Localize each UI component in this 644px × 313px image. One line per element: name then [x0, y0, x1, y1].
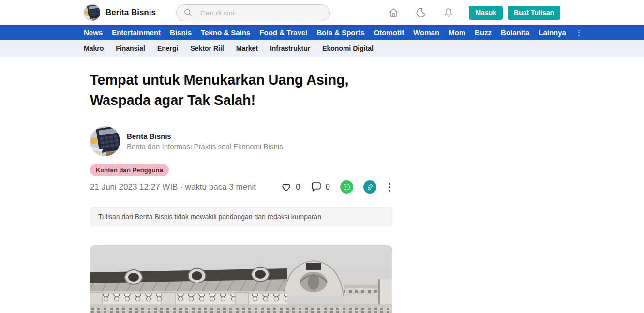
nav-item-bisnis[interactable]: Bisnis — [170, 29, 192, 37]
article-meta-row: 21 Juni 2023 12:27 WIB · waktu baca 3 me… — [90, 180, 392, 194]
nav-item-tekno-sains[interactable]: Tekno & Sains — [201, 29, 250, 37]
nav-item-mom[interactable]: Mom — [449, 29, 465, 37]
nav-item-buzz[interactable]: Buzz — [475, 29, 492, 37]
more-options-kebab-icon[interactable] — [387, 182, 392, 193]
bank-building-photo: ČESKÁ NÁRODNÍ BANKA — [90, 245, 392, 313]
copy-link-button[interactable] — [363, 180, 376, 194]
author-row: Berita Bisnis Berita dan Informasi Prakt… — [90, 126, 392, 156]
nav-item-otomotif[interactable]: Otomotif — [374, 29, 404, 37]
notifications-bell-icon[interactable] — [442, 6, 455, 19]
share-whatsapp-button[interactable] — [340, 180, 353, 194]
author-tagline: Berita dan Informasi Praktis soal Ekonom… — [127, 142, 283, 150]
nav-item-news[interactable]: News — [84, 29, 103, 37]
nav-item-food-travel[interactable]: Food & Travel — [259, 29, 307, 37]
publish-date: 21 Juni 2023 12:27 WIB · waktu baca 3 me… — [90, 182, 256, 192]
brand-name: Berita Bisnis — [105, 8, 156, 17]
subnav-item-finansial[interactable]: Finansial — [116, 45, 145, 52]
create-post-button[interactable]: Buat Tulisan — [508, 6, 560, 20]
subnav-item-energi[interactable]: Energi — [157, 45, 179, 52]
brand-avatar — [84, 4, 100, 21]
meta-separator: · — [180, 182, 183, 192]
like-count: 0 — [296, 183, 300, 192]
nav-item-woman[interactable]: Woman — [413, 29, 439, 37]
main-nav: News Entertainment Bisnis Tekno & Sains … — [0, 25, 644, 40]
subnav-item-infrastruktur[interactable]: Infrastruktur — [270, 45, 310, 52]
comment-count: 0 — [326, 183, 330, 192]
user-content-badge: Konten dari Pengguna — [90, 164, 169, 176]
whatsapp-icon — [343, 183, 351, 191]
article-actions: 0 0 — [280, 180, 392, 194]
dark-mode-moon-icon[interactable] — [415, 6, 427, 19]
brand-home-link[interactable]: Berita Bisnis — [84, 4, 156, 21]
search-input[interactable] — [200, 9, 323, 17]
article-hero-image: ČESKÁ NÁRODNÍ BANKA — [90, 245, 392, 313]
author-name[interactable]: Berita Bisnis — [127, 132, 283, 140]
subnav-item-ekonomi-digital[interactable]: Ekonomi Digital — [322, 45, 374, 52]
nav-item-entertainment[interactable]: Entertainment — [112, 29, 161, 37]
link-icon — [366, 183, 374, 191]
article-content: Tempat untuk Menukarkan Uang Asing, Wasp… — [90, 70, 392, 313]
search-box[interactable] — [176, 4, 330, 21]
nav-item-bolanita[interactable]: Bolanita — [501, 29, 529, 37]
subnav-item-sektor-riil[interactable]: Sektor Riil — [191, 45, 224, 52]
nav-item-lainnya[interactable]: Lainnya — [539, 29, 566, 37]
comment-button[interactable]: 0 — [310, 181, 330, 193]
article-title: Tempat untuk Menukarkan Uang Asing, Wasp… — [90, 70, 392, 110]
subnav-item-makro[interactable]: Makro — [84, 45, 104, 52]
home-icon[interactable] — [387, 6, 400, 19]
nav-item-bola-sports[interactable]: Bola & Sports — [317, 29, 365, 37]
heart-icon — [280, 181, 292, 193]
comment-icon — [310, 181, 322, 193]
login-button[interactable]: Masuk — [469, 6, 503, 20]
category-subnav: Makro Finansial Energi Sektor Riil Marke… — [0, 40, 644, 57]
disclaimer-box: Tulisan dari Berita Bisnis tidak mewakil… — [90, 207, 392, 226]
search-icon — [183, 7, 193, 18]
subnav-item-market[interactable]: Market — [236, 45, 258, 52]
nav-overflow-kebab-icon[interactable]: ⋮ — [575, 29, 583, 36]
like-button[interactable]: 0 — [280, 181, 300, 193]
top-header: Berita Bisnis — [0, 0, 644, 25]
author-avatar[interactable] — [90, 126, 120, 156]
